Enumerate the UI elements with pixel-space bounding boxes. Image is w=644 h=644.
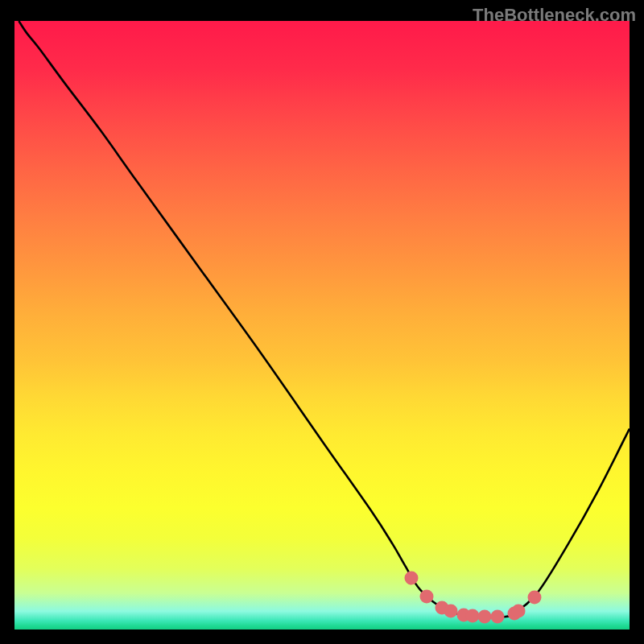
- data-marker: [512, 605, 526, 618]
- watermark-text: TheBottleneck.com: [473, 5, 636, 26]
- data-marker: [527, 590, 541, 604]
- data-marker: [419, 590, 433, 604]
- data-marker: [404, 571, 418, 584]
- data-marker: [490, 610, 504, 624]
- marker-layer: [14, 21, 630, 630]
- chart-plot-area: [14, 21, 630, 630]
